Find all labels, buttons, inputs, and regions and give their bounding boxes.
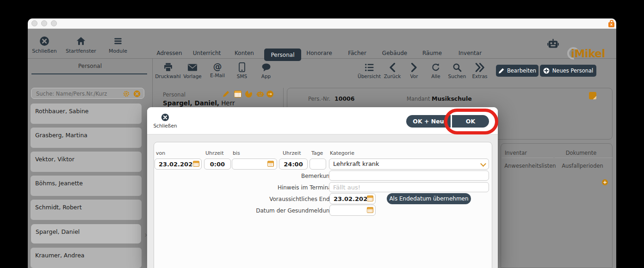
top-nav-bar: Schließen Startfenster Module Adressen U…: [28, 29, 616, 59]
neues-personal-button[interactable]: Neues Personal: [540, 65, 596, 77]
extras-button[interactable]: Extras: [460, 63, 500, 79]
list-item[interactable]: Rothbauer, Sabine: [31, 104, 142, 124]
tab-divider: [555, 158, 613, 158]
menu-icon: [113, 36, 123, 46]
tab-honorare[interactable]: Honorare: [306, 50, 332, 56]
sidebar-search: [31, 88, 144, 99]
search-input[interactable]: [35, 89, 120, 98]
close-module-button[interactable]: Schließen: [28, 36, 65, 54]
hinweis-terminal-label: Hinweis im Terminal: [217, 184, 333, 191]
calendar-icon[interactable]: [234, 91, 242, 97]
traffic-light-close-icon[interactable]: [31, 20, 37, 26]
tage-label: Tage: [311, 150, 323, 156]
tab-gebaeude[interactable]: Gebäude: [382, 50, 407, 56]
record-tabs-panel: Inventar Dokumente Anwesenheitslisten Au…: [501, 143, 613, 268]
record-person-name: Spargel, Daniel, Herr: [163, 99, 235, 107]
tab-adressen[interactable]: Adressen: [156, 50, 182, 56]
pers-nr-value: 10006: [334, 95, 355, 102]
tab-dokumente[interactable]: Dokumente: [566, 150, 597, 156]
kategorie-select[interactable]: Lehrkraft krank: [329, 158, 489, 170]
add-entry-plus-icon[interactable]: +: [602, 179, 608, 185]
mandant-label: Mandant: [407, 96, 430, 102]
dialog-form-panel: von Uhrzeit bis Uhrzeit Tage Kategorie L…: [154, 142, 492, 268]
calendar-icon[interactable]: [193, 161, 199, 167]
pie-chart-icon[interactable]: [245, 91, 252, 97]
tab-inventar[interactable]: Inventar: [505, 150, 527, 156]
app-button[interactable]: App: [246, 63, 286, 79]
tab-personal[interactable]: Personal: [264, 49, 301, 61]
sidebar-title: Personal: [28, 63, 152, 69]
list-item[interactable]: Grasberg, Martina: [31, 128, 142, 148]
dialog-header: Schließen OK + Neu OK: [147, 107, 498, 134]
pers-nr-label: Pers.-Nr.: [308, 96, 330, 102]
bemerkung-label: Bemerkung: [217, 173, 333, 179]
list-item-selected[interactable]: Spargel, Daniel: [31, 224, 142, 244]
uhrzeit-bis-field[interactable]: [279, 158, 308, 170]
home-icon: [76, 36, 86, 46]
close-circle-icon: [39, 36, 50, 46]
traffic-light-zoom-icon[interactable]: [51, 20, 57, 26]
double-chevron-icon: [475, 63, 485, 72]
calendar-icon[interactable]: [367, 195, 373, 201]
list-item[interactable]: Vektor, Viktor: [31, 152, 142, 172]
robot-icon[interactable]: [256, 91, 264, 98]
calendar-icon[interactable]: [367, 207, 373, 213]
start-window-button[interactable]: Startfenster: [60, 36, 102, 54]
tab-divider: [502, 158, 553, 158]
tab-konten[interactable]: Konten: [235, 50, 254, 56]
mandant-value: Musikschule: [432, 95, 472, 102]
pencil-icon[interactable]: [223, 91, 229, 97]
bearbeiten-button[interactable]: Bearbeiten: [496, 65, 539, 77]
traffic-light-minimize-icon[interactable]: [41, 20, 47, 26]
ok-button[interactable]: OK: [452, 115, 489, 128]
uhrzeit2-label: Uhrzeit: [283, 150, 301, 156]
record-panel-title: Personal: [163, 91, 186, 98]
tab-unterricht[interactable]: Unterricht: [193, 50, 221, 56]
als-endedatum-button[interactable]: Als Endedatum übernehmen: [387, 193, 471, 204]
imikel-logo: iMikel: [567, 46, 610, 62]
bis-label: bis: [233, 150, 240, 156]
envelope-icon: [187, 63, 198, 72]
von-label: von: [156, 150, 165, 156]
kategorie-label: Kategorie: [330, 150, 354, 156]
tab-faecher[interactable]: Fächer: [348, 50, 366, 56]
lock-icon: ×: [608, 20, 614, 27]
clear-search-icon[interactable]: [133, 90, 141, 97]
calendar-icon[interactable]: [267, 161, 274, 167]
sidebar-title-underline: [31, 73, 147, 74]
phone-icon: [239, 62, 245, 72]
sidebar-personal-list: Personal Rothbauer, Sabine Grasberg, Mar…: [28, 59, 153, 268]
list-item[interactable]: Kraumer, Andrea: [31, 248, 142, 268]
uhrzeit-von-field[interactable]: [204, 158, 231, 170]
pencil-icon: [498, 68, 504, 74]
datum-gesundmeldung-label: Datum der Gesundmeldung: [217, 207, 333, 214]
note-icon[interactable]: [589, 92, 596, 99]
tab-raeume[interactable]: Räume: [422, 50, 442, 56]
list-item[interactable]: Schmidt, Robert: [31, 200, 142, 220]
hinweis-terminal-field[interactable]: [329, 182, 489, 192]
modules-button[interactable]: Module: [97, 36, 139, 54]
title-bar: ×: [28, 18, 616, 29]
arrow-circle-icon[interactable]: →: [266, 91, 273, 97]
robot-icon[interactable]: [547, 38, 559, 50]
tab-inventar[interactable]: Inventar: [458, 50, 482, 56]
tab-ausfallperioden[interactable]: Ausfallperioden: [562, 163, 603, 169]
close-circle-icon[interactable]: [161, 113, 169, 122]
ausfallperiode-dialog: Schließen OK + Neu OK von Uhrzeit bis Uh…: [147, 107, 498, 268]
gear-icon[interactable]: [123, 90, 130, 97]
dialog-close-label[interactable]: Schließen: [151, 123, 179, 128]
uhrzeit1-label: Uhrzeit: [205, 150, 223, 156]
printer-icon: [163, 63, 173, 72]
speech-bubble-icon: [261, 63, 271, 72]
ok-neu-button[interactable]: OK + Neu: [406, 115, 451, 128]
tage-field[interactable]: [310, 158, 326, 170]
list-item[interactable]: Böhms, Jeanette: [31, 176, 142, 196]
tab-anwesenheitslisten[interactable]: Anwesenheitslisten: [504, 163, 556, 169]
at-icon: @: [213, 62, 222, 71]
bemerkung-field[interactable]: [329, 171, 489, 181]
plus-circle-icon: [543, 67, 550, 74]
panel-divider: [283, 88, 284, 107]
voraussichtliches-ende-label: Voraussichtliches Ende: [217, 196, 333, 202]
